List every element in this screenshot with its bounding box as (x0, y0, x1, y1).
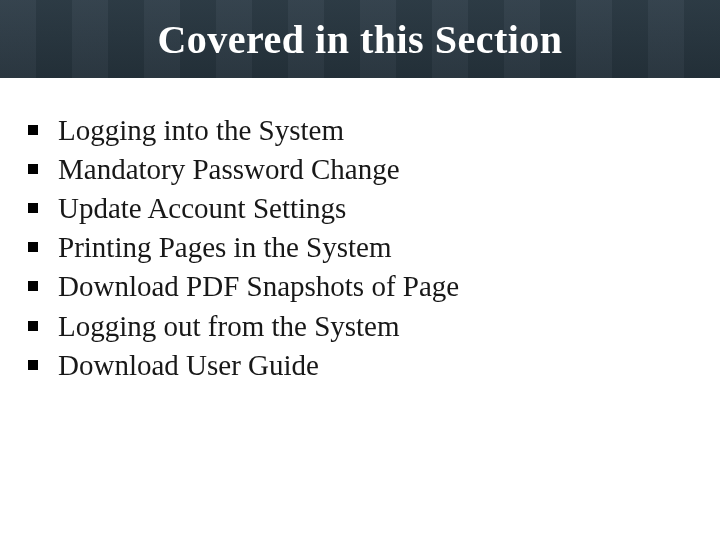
bullet-icon (28, 321, 38, 331)
bullet-icon (28, 360, 38, 370)
slide-header: Covered in this Section (0, 0, 720, 78)
list-item-label: Logging into the System (58, 112, 344, 149)
bullet-icon (28, 164, 38, 174)
list-item-label: Mandatory Password Change (58, 151, 400, 188)
bullet-icon (28, 125, 38, 135)
bullet-icon (28, 203, 38, 213)
list-item: Download User Guide (28, 347, 692, 384)
list-item: Update Account Settings (28, 190, 692, 227)
list-item-label: Download PDF Snapshots of Page (58, 268, 459, 305)
list-item-label: Logging out from the System (58, 308, 400, 345)
slide-content: Logging into the System Mandatory Passwo… (0, 78, 720, 384)
list-item-label: Printing Pages in the System (58, 229, 392, 266)
bullet-list: Logging into the System Mandatory Passwo… (28, 112, 692, 384)
list-item: Mandatory Password Change (28, 151, 692, 188)
list-item-label: Download User Guide (58, 347, 319, 384)
list-item: Printing Pages in the System (28, 229, 692, 266)
bullet-icon (28, 281, 38, 291)
list-item: Logging out from the System (28, 308, 692, 345)
slide-title: Covered in this Section (157, 16, 562, 63)
list-item: Download PDF Snapshots of Page (28, 268, 692, 305)
list-item: Logging into the System (28, 112, 692, 149)
bullet-icon (28, 242, 38, 252)
list-item-label: Update Account Settings (58, 190, 346, 227)
